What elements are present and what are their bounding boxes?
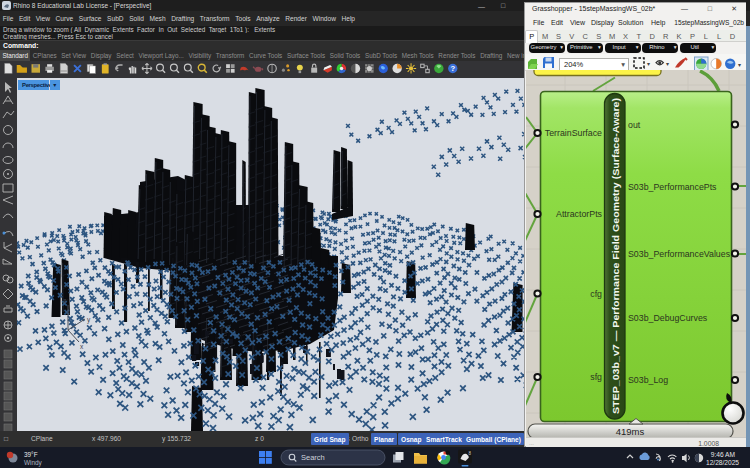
svg-text:cfg: cfg (590, 289, 602, 299)
svg-text:sfg: sfg (590, 372, 602, 382)
svg-text:419ms: 419ms (616, 426, 645, 437)
svg-text:▾: ▾ (666, 61, 669, 67)
svg-text:Search: Search (301, 453, 325, 462)
svg-text:STEP_03b_v7 — Performance Fiel: STEP_03b_v7 — Performance Field Geometry… (610, 98, 621, 414)
svg-text:AttractorPts: AttractorPts (556, 209, 603, 219)
svg-text:out: out (628, 120, 641, 130)
svg-text:?: ? (450, 64, 455, 73)
svg-text:S03b_PerformancePts: S03b_PerformancePts (628, 182, 717, 192)
svg-text:TerrainSurface: TerrainSurface (545, 128, 602, 138)
svg-text:S03b_Log: S03b_Log (628, 375, 668, 385)
svg-text:Windy: Windy (24, 459, 43, 467)
svg-text:S03b_PerformanceValues: S03b_PerformanceValues (628, 249, 731, 259)
svg-text:12/28/2025: 12/28/2025 (706, 459, 739, 466)
svg-text:39°F: 39°F (24, 451, 38, 458)
svg-text:▾: ▾ (647, 61, 650, 67)
svg-text:z: z (63, 297, 66, 304)
svg-text:▾: ▾ (738, 62, 741, 68)
svg-text:9:46 AM: 9:46 AM (711, 451, 735, 458)
svg-text:S03b_DebugCurves: S03b_DebugCurves (628, 313, 708, 323)
